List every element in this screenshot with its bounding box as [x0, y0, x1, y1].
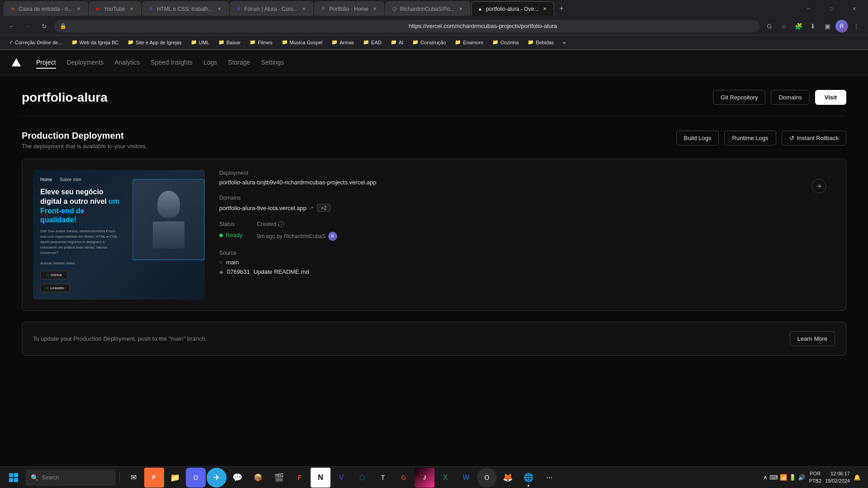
nav-item-settings[interactable]: Settings — [261, 57, 284, 69]
nav-item-storage[interactable]: Storage — [228, 57, 250, 69]
domains-button[interactable]: Domains — [771, 90, 809, 105]
minimize-button[interactable]: ─ — [798, 1, 819, 16]
star-icon[interactable]: ☆ — [778, 20, 790, 33]
bookmark-armas[interactable]: 📁 Armas — [328, 38, 358, 46]
bookmark-cozinha-icon: 📁 — [492, 39, 499, 45]
tab-close-gmail[interactable]: ✕ — [75, 5, 82, 13]
instant-rollback-button[interactable]: ↺ Instant Rollback — [782, 131, 847, 145]
profile-icon[interactable]: R — [835, 20, 848, 33]
close-button[interactable]: ✕ — [844, 1, 864, 16]
taskbar-clock[interactable]: 12:06:17 19/02/2024 — [825, 470, 850, 484]
bookmark-uml[interactable]: 📁 UML — [187, 38, 213, 46]
domain-link[interactable]: portfolio-alura-five-iota.vercel.app ↗ — [219, 205, 313, 211]
nav-item-project[interactable]: Project — [36, 57, 56, 69]
tab-close-html-css[interactable]: ✕ — [216, 5, 223, 13]
bookmark-ai-icon: 📁 — [391, 39, 397, 45]
taskbar-app-mail[interactable]: ✉ — [123, 468, 143, 488]
bookmark-site-app[interactable]: 📁 Site e App de Igrejas — [124, 38, 185, 46]
taskbar-app-whatsapp[interactable]: 💬 — [227, 468, 247, 488]
taskbar-app-word[interactable]: W — [456, 468, 476, 488]
taskbar-app-telegram[interactable]: ✈ — [207, 468, 226, 488]
nav-item-deployments[interactable]: Deployments — [67, 57, 104, 69]
tab-gmail[interactable]: ✉ Caixa de entrada - ri... ✕ — [4, 1, 88, 16]
tab-portfolio-home[interactable]: P Portfólio - Home ✕ — [314, 1, 384, 16]
nav-item-speed-insights[interactable]: Speed Insights — [151, 57, 193, 69]
extensions-icon[interactable]: 🧩 — [792, 20, 805, 33]
vercel-app: Project Deployments Analytics Speed Insi… — [0, 50, 868, 488]
taskbar-app-terminal[interactable]: T — [373, 468, 393, 488]
taskbar-app-more[interactable]: ⋯ — [539, 468, 559, 488]
taskbar-app-fw[interactable]: F — [144, 468, 164, 488]
bookmark-ai[interactable]: 📁 AI — [387, 38, 407, 46]
notifications-icon[interactable]: 🔔 — [854, 474, 861, 481]
bookmark-more[interactable]: » — [559, 39, 569, 46]
refresh-button[interactable]: ↻ — [38, 20, 51, 33]
taskbar-app-discord[interactable]: D — [186, 468, 206, 488]
bookmark-construcao[interactable]: 📁 Construção — [409, 38, 449, 46]
learn-more-button[interactable]: Learn More — [790, 331, 835, 346]
tab-close-vercel[interactable]: ✕ — [541, 5, 548, 13]
taskbar-app-figma[interactable]: F — [290, 468, 310, 488]
git-repository-button[interactable]: Git Repository — [713, 90, 765, 105]
url-bar[interactable]: 🔒 https://vercel.com/richardrmcubas-proj… — [54, 20, 760, 33]
tab-close-github[interactable]: ✕ — [457, 5, 464, 13]
info-icon[interactable]: i — [278, 221, 284, 227]
tab-html-css[interactable]: A HTML e CSS: trabalh... ✕ — [142, 1, 229, 16]
taskbar-app-files[interactable]: 📁 — [165, 468, 185, 488]
runtime-logs-button[interactable]: Runtime Logs — [724, 131, 776, 145]
visit-button[interactable]: Visit — [815, 90, 846, 105]
bookmark-musica[interactable]: 📁 Musica Gospel — [278, 38, 326, 46]
tab-youtube[interactable]: ▶ YouTube ✕ — [89, 1, 141, 16]
taskbar-app-chrome[interactable]: 🌐 — [519, 468, 538, 488]
toolbar-icons: G ☆ 🧩 ⬇ ▣ R ⋮ — [763, 20, 863, 33]
taskbar-app-excel[interactable]: X — [435, 468, 455, 488]
back-button[interactable]: ← — [5, 20, 18, 33]
bookmark-web-igreja[interactable]: 📁 Web da Igreja BC — [68, 38, 123, 46]
taskbar-app-vlc[interactable]: 🎬 — [269, 468, 289, 488]
bookmark-filmes[interactable]: 📁 Filmes — [246, 38, 276, 46]
tab-vercel[interactable]: ▲ portfolio-alura - Ove... ✕ — [471, 1, 554, 16]
taskbar-app-obs[interactable]: O — [477, 468, 497, 488]
nav-item-logs[interactable]: Logs — [203, 57, 217, 69]
nav-item-analytics[interactable]: Analytics — [114, 57, 140, 69]
taskbar-app-notion[interactable]: N — [311, 468, 330, 488]
taskbar-app-vs[interactable]: V — [331, 468, 351, 488]
wifi-icon[interactable]: 📶 — [780, 474, 787, 481]
tab-close-youtube[interactable]: ✕ — [128, 5, 135, 13]
taskbar-app-vscode[interactable]: ⬡ — [352, 468, 372, 488]
start-button[interactable] — [4, 469, 24, 487]
status-ready: Ready — [219, 232, 243, 239]
domain-plus-badge[interactable]: +2 — [317, 204, 331, 212]
bookmark-enamoro[interactable]: 📁 Enamoro — [451, 38, 487, 46]
download-icon[interactable]: ⬇ — [807, 20, 819, 33]
bookmark-filmes-icon: 📁 — [250, 39, 256, 45]
forward-button[interactable]: → — [22, 20, 34, 33]
bookmark-ead[interactable]: 📁 EAD — [359, 38, 385, 46]
taskbar-app-winrar[interactable]: 📦 — [248, 468, 268, 488]
bookmark-baixar[interactable]: 📁 Baixar — [215, 38, 244, 46]
bookmark-correcao[interactable]: ✓ Correção Online de... — [5, 38, 66, 46]
tab-github[interactable]: ⬡ RichardrmCubaS/Po... ✕ — [385, 1, 470, 16]
build-logs-button[interactable]: Build Logs — [676, 131, 719, 145]
keyboard-icon[interactable]: ⌨ — [769, 474, 778, 481]
tab-close-portfolio-home[interactable]: ✕ — [371, 5, 378, 13]
bookmark-cozinha[interactable]: 📁 Cozinha — [489, 38, 522, 46]
chevron-up-icon[interactable]: ∧ — [763, 474, 768, 481]
sidebar-icon[interactable]: ▣ — [821, 20, 834, 33]
new-tab-button[interactable]: + — [555, 2, 568, 15]
bookmark-bebidas[interactable]: 📁 Bebidas — [524, 38, 557, 46]
tab-forum[interactable]: A Fórum | Alura - Curs... ✕ — [230, 1, 314, 16]
translate-icon[interactable]: G — [763, 20, 776, 33]
taskbar-search-bar[interactable]: 🔍 Search — [25, 469, 116, 486]
security-icon: 🔒 — [60, 23, 405, 29]
taskbar-app-firefox[interactable]: 🦊 — [498, 468, 518, 488]
deployment-link-icon[interactable] — [811, 179, 826, 193]
taskbar-language[interactable]: POR PTB2 — [809, 470, 821, 484]
taskbar-app-git[interactable]: G — [394, 468, 414, 488]
menu-icon[interactable]: ⋮ — [850, 20, 863, 33]
speaker-icon[interactable]: 🔊 — [798, 474, 805, 481]
tab-close-forum[interactable]: ✕ — [300, 5, 307, 13]
battery-icon[interactable]: 🔋 — [789, 474, 796, 481]
taskbar-app-jetbrains[interactable]: J — [415, 468, 434, 488]
maximize-button[interactable]: □ — [821, 1, 842, 16]
